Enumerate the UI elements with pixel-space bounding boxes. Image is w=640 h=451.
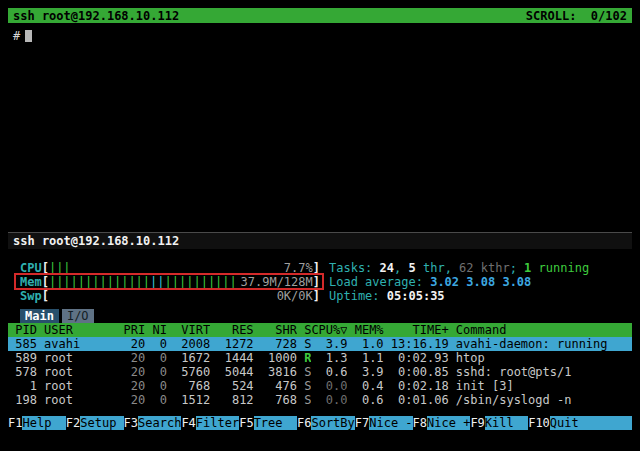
column-header-virt[interactable]: VIRT bbox=[167, 323, 210, 337]
cell-user: root bbox=[37, 393, 116, 407]
memory-meter-label: Mem bbox=[20, 275, 42, 289]
tasks-label: Tasks: bbox=[329, 261, 380, 275]
fkey-label-f1[interactable]: Help bbox=[22, 416, 65, 430]
table-row[interactable]: 589root200167214441000R1.31.10:02.93htop bbox=[8, 351, 632, 365]
fkey-f4[interactable]: F4 bbox=[181, 416, 195, 430]
cell-user: root bbox=[37, 351, 116, 365]
memory-meter-value: 37.9M/128M bbox=[241, 275, 313, 289]
cell-shr: 768 bbox=[254, 393, 297, 407]
cell-virt: 768 bbox=[167, 379, 210, 393]
separator: ; bbox=[510, 261, 524, 275]
table-row[interactable]: 198root2001512812768S0.00.60:01.06/sbin/… bbox=[8, 393, 632, 407]
bottom-pane: ssh root@192.168.10.112 CPU[|||7.7%] Mem… bbox=[8, 232, 632, 430]
cell-cpu: 1.3 bbox=[311, 351, 347, 365]
load-average-values: 3.02 3.08 3.08 bbox=[430, 275, 531, 289]
cell-cpu: 0.0 bbox=[311, 379, 347, 393]
fkey-label-f5[interactable]: Tree bbox=[254, 416, 297, 430]
fkey-label-f9[interactable]: Kill bbox=[485, 416, 528, 430]
top-pane-title: ssh root@192.168.10.112 bbox=[13, 9, 179, 23]
htop-view: CPU[|||7.7%] Mem[|||||||||||||||||||||||… bbox=[8, 249, 632, 430]
process-table-body: 585avahi20020081272728S3.91.013:16.19ava… bbox=[8, 337, 632, 407]
screen-tabs: MainI/O bbox=[8, 309, 632, 323]
column-header-user[interactable]: USER bbox=[37, 323, 116, 337]
fkey-f1[interactable]: F1 bbox=[8, 416, 22, 430]
mem-bars-used: |||||||||||||| bbox=[49, 275, 150, 289]
cell-virt: 1512 bbox=[167, 393, 210, 407]
text-cursor bbox=[25, 30, 32, 42]
column-header-res[interactable]: RES bbox=[210, 323, 253, 337]
cell-shr: 728 bbox=[254, 337, 297, 351]
column-header-time[interactable]: TIME+ bbox=[384, 323, 449, 337]
cell-cmd: /sbin/syslogd -n bbox=[449, 393, 632, 407]
cell-cpu: 0.0 bbox=[311, 393, 347, 407]
fkey-label-f6[interactable]: SortBy bbox=[311, 416, 354, 430]
table-row[interactable]: 578root200576050443816S0.63.90:00.85sshd… bbox=[8, 365, 632, 379]
cell-time: 0:00.85 bbox=[384, 365, 449, 379]
fkey-f2[interactable]: F2 bbox=[66, 416, 80, 430]
cell-shr: 1000 bbox=[254, 351, 297, 365]
column-header-pid[interactable]: PID bbox=[8, 323, 37, 337]
table-row[interactable]: 585avahi20020081272728S3.91.013:16.19ava… bbox=[8, 337, 632, 351]
threads-label: thr bbox=[416, 261, 445, 275]
cell-res: 524 bbox=[210, 379, 253, 393]
fkey-label-f7[interactable]: Nice - bbox=[369, 416, 412, 430]
fkey-f10[interactable]: F10 bbox=[528, 416, 550, 430]
column-header-s[interactable]: S bbox=[297, 323, 311, 337]
meters-column: CPU[|||7.7%] Mem[|||||||||||||||||||||||… bbox=[20, 261, 320, 303]
cell-res: 1272 bbox=[210, 337, 253, 351]
fkey-f5[interactable]: F5 bbox=[239, 416, 253, 430]
fkey-label-f10[interactable]: Quit bbox=[550, 416, 632, 430]
cell-time: 0:02.93 bbox=[384, 351, 449, 365]
fkey-f8[interactable]: F8 bbox=[413, 416, 427, 430]
meter-open-bracket: [ bbox=[42, 289, 49, 303]
cell-s: S bbox=[297, 379, 311, 393]
fkey-label-f4[interactable]: Filter bbox=[196, 416, 239, 430]
fkey-label-f2[interactable]: Setup bbox=[80, 416, 123, 430]
function-key-bar: F1HelpF2SetupF3SearchF4FilterF5TreeF6Sor… bbox=[8, 415, 632, 430]
swap-meter: Swp[0K/0K] bbox=[20, 289, 320, 303]
cell-mem: 0.4 bbox=[347, 379, 383, 393]
cell-shr: 3816 bbox=[254, 365, 297, 379]
column-header-shr[interactable]: SHR bbox=[254, 323, 297, 337]
cell-s: S bbox=[297, 393, 311, 407]
load-average-label: Load average: bbox=[329, 275, 430, 289]
fkey-f7[interactable]: F7 bbox=[355, 416, 369, 430]
memory-meter-bars: |||||||||||||||||||||||||| bbox=[49, 275, 237, 289]
cell-res: 5044 bbox=[210, 365, 253, 379]
table-row[interactable]: 1root200768524476S0.00.40:02.18init [3] bbox=[8, 379, 632, 393]
tab-i-o[interactable]: I/O bbox=[62, 309, 94, 323]
cell-pri: 20 bbox=[116, 393, 145, 407]
fkey-label-f8[interactable]: Nice + bbox=[427, 416, 470, 430]
cell-ni: 0 bbox=[145, 393, 167, 407]
cell-time: 0:02.18 bbox=[384, 379, 449, 393]
running-label: running bbox=[531, 261, 589, 275]
column-header-mem[interactable]: MEM% bbox=[347, 323, 383, 337]
mem-bars-buffers: || bbox=[150, 275, 164, 289]
cell-pid: 198 bbox=[8, 393, 37, 407]
fkey-label-f3[interactable]: Search bbox=[138, 416, 181, 430]
cell-user: root bbox=[37, 365, 116, 379]
cell-ni: 0 bbox=[145, 365, 167, 379]
column-header-pri[interactable]: PRI bbox=[116, 323, 145, 337]
fkey-f6[interactable]: F6 bbox=[297, 416, 311, 430]
htop-header-area: CPU[|||7.7%] Mem[|||||||||||||||||||||||… bbox=[8, 261, 632, 303]
tasks-line: Tasks: 24, 5 thr, 62 kthr; 1 running bbox=[329, 261, 589, 275]
cell-cmd: init [3] bbox=[449, 379, 632, 393]
shell-prompt-line[interactable]: # bbox=[8, 29, 632, 43]
meter-open-bracket: [ bbox=[42, 275, 49, 289]
cell-mem: 1.0 bbox=[347, 337, 383, 351]
tab-main[interactable]: Main bbox=[20, 309, 59, 323]
terminal-screen: ssh root@192.168.10.112 SCROLL: 0/102 # … bbox=[8, 8, 632, 443]
column-header-ni[interactable]: NI bbox=[145, 323, 167, 337]
cell-shr: 476 bbox=[254, 379, 297, 393]
cell-time: 0:01.06 bbox=[384, 393, 449, 407]
cell-user: avahi bbox=[37, 337, 116, 351]
column-header-cpu[interactable]: CPU%▽ bbox=[311, 323, 347, 337]
uptime-label: Uptime: bbox=[329, 289, 387, 303]
kernel-threads: 62 kthr bbox=[459, 261, 510, 275]
threads-count: 5 bbox=[408, 261, 415, 275]
fkey-f9[interactable]: F9 bbox=[470, 416, 484, 430]
cell-ni: 0 bbox=[145, 379, 167, 393]
fkey-f3[interactable]: F3 bbox=[124, 416, 138, 430]
column-header-cmd[interactable]: Command bbox=[449, 323, 632, 337]
